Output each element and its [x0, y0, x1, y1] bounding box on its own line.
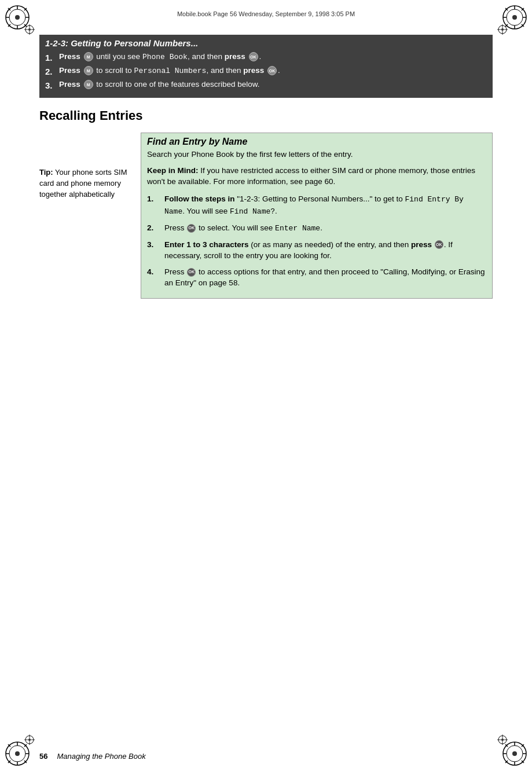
- find-entry-description: Search your Phone Book by the first few …: [147, 149, 486, 160]
- inner-step-3-num: 3.: [147, 239, 160, 251]
- col-right: Find an Entry by Name Search your Phone …: [141, 133, 493, 304]
- find-entry-box: Find an Entry by Name Search your Phone …: [141, 133, 493, 299]
- steps-box: 1-2-3: Getting to Personal Numbers... 1.…: [39, 35, 493, 98]
- ok-button-icon-1: OK: [249, 52, 258, 61]
- svg-point-2: [15, 15, 20, 20]
- step-3: 3. Press M to scroll to one of the featu…: [45, 79, 487, 91]
- ok-button-icon-inner-3: OK: [435, 240, 443, 249]
- svg-point-24: [15, 751, 20, 756]
- tip-section: Tip: Your phone sorts SIM card and phone…: [39, 167, 135, 200]
- inner-step-2-num: 2.: [147, 222, 160, 234]
- svg-point-55: [28, 739, 31, 741]
- section-heading: Recalling Entries: [39, 108, 493, 123]
- inner-step-1: 1. Follow the steps in "1-2-3: Getting t…: [147, 193, 486, 218]
- inner-step-2: 2. Press OK to select. You will see Ente…: [147, 222, 486, 234]
- svg-point-51: [501, 28, 504, 31]
- svg-point-59: [501, 739, 504, 741]
- ok-button-icon-2: OK: [267, 66, 277, 75]
- crosshair-br: [497, 735, 508, 747]
- header-file-info: Mobile.book Page 56 Wednesday, September…: [177, 10, 355, 17]
- footer-page-text: Managing the Phone Book: [57, 752, 145, 761]
- step-2-num: 2.: [45, 65, 56, 78]
- step-2: 2. Press M to scroll to Personal Numbers…: [45, 65, 487, 78]
- tip-label: Tip:: [39, 168, 53, 177]
- inner-step-4-num: 4.: [147, 266, 160, 278]
- svg-point-47: [28, 28, 31, 31]
- two-col-layout: Tip: Your phone sorts SIM card and phone…: [39, 133, 493, 304]
- footer: 56 Managing the Phone Book: [39, 752, 493, 761]
- inner-step-1-text: Follow the steps in "1-2-3: Getting to P…: [164, 193, 486, 218]
- keep-in-mind: Keep in Mind: If you have restricted acc…: [147, 165, 486, 188]
- inner-steps-list: 1. Follow the steps in "1-2-3: Getting t…: [147, 193, 486, 289]
- menu-button-icon-3: M: [84, 80, 93, 89]
- inner-step-3: 3. Enter 1 to 3 characters (or as many a…: [147, 239, 486, 262]
- step-1: 1. Press M until you see Phone Book, and…: [45, 52, 487, 64]
- step-3-num: 3.: [45, 79, 56, 91]
- inner-step-4-text: Press OK to access options for that entr…: [164, 266, 486, 289]
- crosshair-tr: [497, 24, 508, 36]
- keep-in-mind-label: Keep in Mind:: [147, 166, 199, 175]
- steps-list: 1. Press M until you see Phone Book, and…: [45, 52, 487, 91]
- footer-page-num: 56: [39, 752, 47, 761]
- step-3-text: Press M to scroll to one of the features…: [59, 79, 487, 90]
- step-1-num: 1.: [45, 52, 56, 64]
- find-entry-title: Find an Entry by Name: [147, 137, 486, 147]
- inner-step-1-num: 1.: [147, 193, 160, 205]
- step-2-text: Press M to scroll to Personal Numbers, a…: [59, 65, 487, 76]
- step-1-text: Press M until you see Phone Book, and th…: [59, 52, 487, 63]
- inner-step-2-text: Press OK to select. You will see Enter N…: [164, 222, 486, 234]
- content-area: 1-2-3: Getting to Personal Numbers... 1.…: [39, 35, 493, 736]
- crosshair-bl: [24, 735, 35, 747]
- svg-point-35: [512, 751, 517, 756]
- svg-point-13: [512, 15, 517, 20]
- steps-box-title: 1-2-3: Getting to Personal Numbers...: [45, 38, 487, 48]
- crosshair-tl: [24, 24, 35, 36]
- ok-button-icon-inner-2: OK: [187, 224, 196, 233]
- page: Mobile.book Page 56 Wednesday, September…: [0, 0, 532, 771]
- header-bar: Mobile.book Page 56 Wednesday, September…: [35, 10, 497, 17]
- ok-button-icon-inner-4: OK: [187, 268, 196, 277]
- menu-button-icon-1: M: [84, 52, 93, 61]
- menu-button-icon-2: M: [84, 66, 93, 75]
- inner-step-4: 4. Press OK to access options for that e…: [147, 266, 486, 289]
- col-left: Tip: Your phone sorts SIM card and phone…: [39, 133, 141, 304]
- inner-step-3-text: Enter 1 to 3 characters (or as many as n…: [164, 239, 486, 262]
